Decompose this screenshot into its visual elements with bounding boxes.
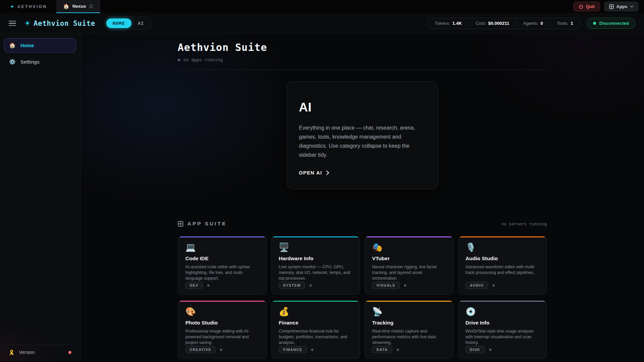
tab-home[interactable]: HOME — [106, 18, 131, 28]
app-status-dot — [489, 349, 491, 351]
app-tag-badge: AUDIO — [466, 282, 488, 289]
money-bag-icon: 💰 — [279, 307, 353, 316]
sidebar-footer-version[interactable]: 🎗️ Version — [4, 345, 76, 358]
power-icon — [579, 4, 583, 9]
open-ai-button[interactable]: OPEN AI — [299, 170, 426, 175]
brand-name: AETHVION — [17, 4, 47, 9]
home-emoji-icon: 🏠 — [63, 3, 69, 9]
app-status-dot — [311, 349, 313, 351]
card-accent-bar — [458, 236, 547, 237]
hamburger-menu-icon[interactable] — [9, 21, 16, 26]
stat-tokens: Tokens: 1.4K — [435, 21, 462, 26]
update-indicator-dot — [68, 351, 71, 354]
app-card-description: Live system monitor — CPU, GPU, memory, … — [279, 264, 353, 281]
app-card-code-ide[interactable]: 💻 Code IDE AI-assisted code editor with … — [178, 236, 267, 295]
status-dot-icon — [178, 59, 180, 61]
servers-running-status: no servers running — [502, 221, 547, 226]
app-card-description: Professional image editing with AI-power… — [185, 329, 259, 346]
card-accent-bar — [272, 236, 360, 237]
chevron-down-icon — [630, 5, 634, 8]
sidebar-item-home[interactable]: 🏠 Home — [4, 38, 76, 53]
app-card-title: Finance — [279, 320, 353, 326]
app-tag-badge: DATA — [372, 346, 392, 353]
apps-menu-button[interactable]: Apps — [604, 2, 639, 11]
home-emoji-icon: 🏠 — [9, 42, 16, 49]
usage-stats: Tokens: 1.4K Cost: $0.000211 Agents: 0 T… — [426, 18, 582, 29]
window-tab-label: Nexus — [72, 4, 86, 9]
app-tag-badge: SYSTEM — [279, 282, 305, 289]
app-status-dot — [404, 284, 406, 287]
app-card-photo-studio[interactable]: 🎨 Photo Studio Professional image editin… — [178, 300, 267, 359]
app-status-dot — [397, 349, 399, 351]
sidebar-item-label: Home — [20, 43, 34, 48]
window-tab-nexus[interactable]: 🏠 Nexus — [56, 0, 100, 13]
refresh-icon[interactable] — [89, 4, 94, 9]
app-tag-badge: FINANCE — [279, 346, 307, 353]
app-card-drive-info[interactable]: 💿 Drive Info WinDirStat-style disk usage… — [458, 300, 547, 359]
apps-label: Apps — [617, 4, 628, 9]
quit-button[interactable]: Quit — [573, 2, 600, 11]
quit-label: Quit — [586, 4, 595, 9]
window-top-bar: ✦ AETHVION 🏠 Nexus Quit Apps — [0, 0, 644, 13]
app-status-dot — [492, 284, 495, 287]
app-suite-heading: APP SUITE — [178, 221, 227, 227]
connection-status-label: Disconnected — [599, 21, 629, 26]
studio-microphone-icon: 🎙️ — [466, 243, 539, 251]
brand-spark-icon: ✦ — [10, 4, 14, 10]
grid-icon — [178, 221, 183, 227]
app-grid: 💻 Code IDE AI-assisted code editor with … — [178, 236, 547, 359]
app-title: ✦ Aethvion Suite — [25, 19, 95, 27]
app-tag-badge: VISUALS — [372, 282, 400, 289]
apps-running-status: no apps running — [178, 57, 547, 62]
app-card-title: Code IDE — [185, 256, 259, 262]
desktop-computer-icon: 🖥️ — [279, 243, 353, 251]
app-card-audio-studio[interactable]: 🎙️ Audio Studio Advanced waveform editor… — [458, 236, 547, 295]
tab-ai[interactable]: AI — [131, 18, 151, 28]
version-label: Version — [19, 350, 35, 355]
app-card-title: Audio Studio — [466, 256, 539, 262]
card-accent-bar — [178, 301, 267, 302]
app-status-dot — [220, 349, 222, 351]
stat-tools: Tools: 1 — [557, 21, 573, 26]
app-tag-badge: CREATIVE — [185, 346, 216, 353]
divider — [178, 70, 547, 70]
app-tag-badge: DEV — [185, 282, 203, 289]
app-card-description: WinDirStat-style disk usage analyser wit… — [466, 329, 539, 346]
main-content: Aethvion Suite no apps running AI Everyt… — [80, 33, 644, 362]
app-card-title: Photo Studio — [185, 320, 259, 326]
app-card-title: Tracking — [372, 320, 446, 326]
satellite-antenna-icon: 📡 — [372, 307, 446, 316]
app-card-finance[interactable]: 💰 Finance Comprehensive financial hub fo… — [271, 300, 360, 359]
ai-card-title: AI — [299, 100, 426, 115]
grid-icon — [609, 4, 614, 9]
app-card-tracking[interactable]: 📡 Tracking Real-time motion capture and … — [364, 300, 454, 359]
card-accent-bar — [458, 301, 547, 302]
app-header: ✦ Aethvion Suite HOME AI Tokens: 1.4K Co… — [0, 13, 644, 33]
app-card-hardware-info[interactable]: 🖥️ Hardware Info Live system monitor — C… — [271, 236, 360, 295]
app-title-text: Aethvion Suite — [34, 19, 95, 27]
ai-hero-card[interactable]: AI Everything in one place — chat, resea… — [287, 81, 438, 189]
app-card-description: Neural character rigging, live facial tr… — [372, 264, 446, 281]
app-card-vtuber[interactable]: 🎭 VTuber Neural character rigging, live … — [364, 236, 454, 295]
sidebar-item-settings[interactable]: ⚙️ Settings — [4, 55, 76, 69]
app-card-description: Real-time motion capture and performance… — [372, 329, 446, 346]
app-card-title: Drive Info — [466, 320, 539, 326]
laptop-icon: 💻 — [185, 243, 259, 251]
app-status-dot — [309, 284, 312, 287]
page-title: Aethvion Suite — [178, 42, 547, 53]
card-accent-bar — [365, 236, 453, 237]
ribbon-icon: 🎗️ — [9, 350, 14, 355]
theater-masks-icon: 🎭 — [372, 243, 446, 251]
card-accent-bar — [178, 236, 267, 237]
app-card-description: AI-assisted code editor with syntax high… — [185, 264, 259, 281]
view-switcher: HOME AI — [105, 17, 152, 30]
title-spark-icon: ✦ — [25, 19, 30, 27]
app-card-description: Comprehensive financial hub for budgets,… — [279, 329, 353, 346]
sidebar-item-label: Settings — [20, 59, 40, 65]
status-dot-icon — [593, 22, 596, 25]
app-status-dot — [207, 284, 210, 287]
app-tag-badge: DISK — [466, 346, 485, 353]
sidebar: 🏠 Home ⚙️ Settings 🎗️ Version — [0, 33, 80, 362]
optical-disc-icon: 💿 — [466, 307, 539, 316]
app-card-description: Advanced waveform editor with multi-trac… — [466, 264, 539, 276]
